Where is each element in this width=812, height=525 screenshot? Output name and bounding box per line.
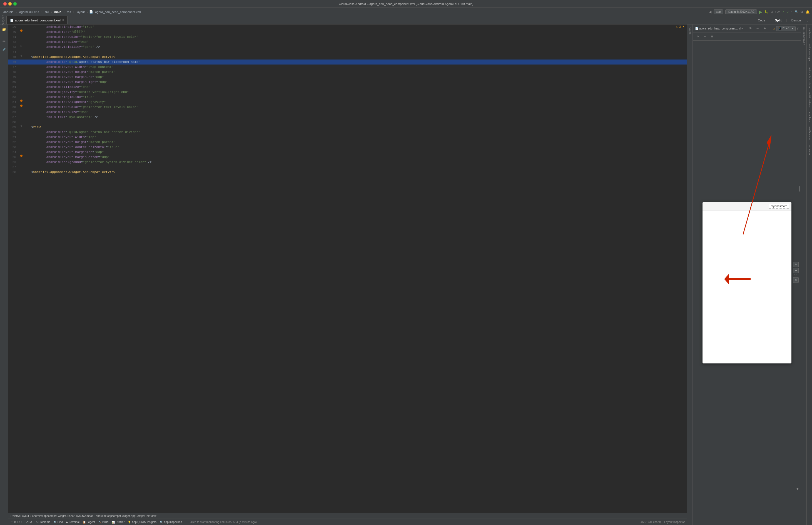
device-selector[interactable]: Xiaomi M2012K11AC — [725, 10, 757, 14]
search-icon[interactable]: 🔍 — [795, 10, 798, 13]
terminal-status[interactable]: ▶ Terminal — [66, 521, 79, 524]
sidebar-resource-icon[interactable]: 🔗 — [1, 47, 7, 52]
device-file-explorer-tab[interactable]: Device File Explorer — [808, 64, 811, 89]
git-push-icon[interactable]: ↑ — [791, 10, 793, 13]
code-line-56: 56 android:textSize="9sp" — [8, 109, 687, 115]
breadcrumb-item-3[interactable]: androidx.appcompat.widget.AppCompatTextV… — [96, 514, 156, 518]
tab-close-button[interactable]: × — [62, 19, 64, 22]
phone-top-bar: myclassroom — [703, 202, 792, 210]
help-icon[interactable]: ? — [797, 27, 799, 31]
code-line-39: 39 android:singleLine="true" ⚠ 2 ▾ — [8, 25, 687, 29]
chevron-down-icon[interactable]: ▾ — [741, 27, 743, 30]
git-status-icon[interactable]: ✓ — [787, 10, 789, 13]
project-tab-label[interactable]: Project — [2, 15, 5, 26]
build-variants-tab[interactable]: Build Variants — [808, 91, 811, 109]
code-editor[interactable]: 39 android:singleLine="true" ⚠ 2 ▾ 40 an… — [8, 25, 687, 513]
close-button[interactable] — [3, 2, 7, 5]
position-icon[interactable]: ⊕ — [762, 26, 767, 31]
nav-filename[interactable]: agora_edu_head_component.xml — [94, 10, 142, 14]
emulator-tab[interactable]: Emulator — [808, 111, 811, 123]
code-line-45: 45 ▽ <androidx.appcompat.widget.AppCompa… — [8, 55, 687, 60]
design-view-button[interactable]: Design — [790, 18, 802, 22]
sidebar-project-icon[interactable]: 📁 — [1, 27, 7, 32]
nav-android[interactable]: android — [2, 10, 15, 14]
git-status-label: Git — [29, 521, 32, 524]
grid-icon[interactable]: ⊞ — [709, 34, 715, 40]
maximize-button[interactable] — [13, 2, 17, 5]
code-line-41: 41 android:textColor="@color/fcr_text_le… — [8, 34, 687, 40]
xml-tab-icon: 📄 — [10, 19, 13, 22]
find-icon: 🔍 — [53, 521, 57, 524]
code-line-43: 43 ▷ android:visibility="gone" /> — [8, 45, 687, 49]
bottom-breadcrumb: RelativeLayout › androidx.appcompat.widg… — [8, 513, 687, 519]
far-right-panel: Attributes Device Manager Device File Ex… — [807, 25, 812, 525]
nav-src[interactable]: src — [44, 10, 50, 14]
nav-agoraeduuikit[interactable]: AgoraEduUIKit — [18, 10, 40, 14]
chevron-device-icon: ▾ — [792, 27, 794, 30]
app-inspection-status[interactable]: 🔍 App Inspection — [160, 521, 182, 524]
profiler-status[interactable]: 📊 Profiler — [112, 521, 125, 524]
zoom-fit-icon[interactable]: ⊙ — [695, 34, 701, 40]
nav-res[interactable]: res — [66, 10, 72, 14]
preview-warning-icon: ⚠ — [774, 27, 775, 30]
component-tree-label[interactable]: Component Tree — [802, 25, 806, 47]
code-line-52: 52 android:gravity="center_vertical|righ… — [8, 90, 687, 94]
zoom-in-button[interactable]: + — [793, 262, 799, 267]
status-message: Failed to start monitoring emulator-5554… — [189, 521, 257, 524]
code-view-button[interactable]: Code — [756, 18, 767, 22]
breadcrumb-item-2[interactable]: androidx.appcompat.widget.LinearLayoutCo… — [32, 514, 93, 518]
app-quality-label: App Quality Insights — [132, 521, 156, 524]
eye-icon[interactable]: 👁 — [748, 26, 753, 31]
resize-icon[interactable]: ↔ — [755, 26, 760, 31]
tab-menu-icon[interactable]: ⋮ — [806, 18, 810, 22]
breadcrumb-item-1[interactable]: RelativeLayout — [11, 514, 29, 518]
notifications-tab[interactable]: Notifications — [808, 125, 811, 141]
code-line-47: 47 android:layout_width="wrap_content" — [8, 64, 687, 70]
code-line-68: 68 <androidx.appcompat.widget.AppCompatT… — [8, 170, 687, 175]
zoom-ratio: 1:1 — [793, 274, 799, 277]
active-tab[interactable]: 📄 agora_edu_head_component.xml × — [7, 16, 67, 24]
logcat-status[interactable]: 📋 Logcat — [83, 521, 95, 524]
nav-main[interactable]: main — [53, 10, 63, 14]
code-line-44: 44 — [8, 49, 687, 55]
code-line-61: 61 android:layout_width="1dp" — [8, 135, 687, 139]
right-panel-toolbar: 📄 agora_edu_head_component.xml ▾ 👁 ↔ ⊕ ⚠… — [693, 25, 801, 33]
debug-icon[interactable]: 🐛 — [764, 10, 768, 14]
attributes-tab[interactable]: Attributes — [808, 27, 811, 40]
zoom-fit-button[interactable]: ⊡ — [793, 277, 799, 283]
app-quality-insights-status[interactable]: 💡 App Quality Insights — [128, 521, 156, 524]
git-label: Git: — [775, 10, 780, 14]
palette-label[interactable]: Palette — [689, 27, 691, 34]
zoom-out-button[interactable]: − — [793, 268, 799, 273]
build-status[interactable]: 🔨 Build — [98, 521, 108, 524]
git-check-icon[interactable]: ✓ — [782, 10, 784, 13]
device-selector-preview[interactable]: 📱 Pixel ▾ — [776, 26, 796, 31]
nav-arrow-back-icon[interactable]: ◀ — [709, 10, 712, 14]
problems-status[interactable]: ⚠ Problems — [35, 521, 50, 524]
cursor-position: 46:61 (31 chars) — [641, 521, 661, 524]
todo-status[interactable]: ☰ TODO — [11, 521, 22, 524]
left-sidebar: 📁 PR 🔗 — [0, 25, 8, 525]
minimize-button[interactable] — [8, 2, 12, 5]
myclassroom-label: myclassroom — [769, 204, 789, 209]
structure-tab[interactable]: Structure — [808, 144, 811, 156]
git-status[interactable]: ⎇ Git — [25, 521, 32, 524]
split-view-button[interactable]: Split — [774, 18, 783, 22]
preview-area[interactable]: myclassroom — [693, 41, 801, 525]
settings-icon[interactable]: ⚙ — [800, 10, 803, 14]
run-button[interactable]: ▶ — [759, 10, 762, 14]
pan-icon[interactable]: ↔ — [702, 34, 708, 40]
logcat-label: Logcat — [87, 521, 95, 524]
run-config-selector[interactable]: app — [714, 10, 723, 14]
terminal-label: Terminal — [69, 521, 79, 524]
notifications-nav-icon[interactable]: 🔔 — [806, 10, 810, 14]
profile-icon[interactable]: ⊙ — [770, 10, 773, 14]
sidebar-pullrequests-icon[interactable]: PR — [1, 39, 7, 45]
app-inspection-icon: 🔍 — [160, 521, 163, 524]
code-line-63: 63 android:layout_centerHorizontal="true… — [8, 145, 687, 150]
device-manager-tab[interactable]: Device Manager — [808, 42, 811, 62]
find-status[interactable]: 🔍 Find — [53, 521, 63, 524]
find-label: Find — [58, 521, 63, 524]
layout-inspector[interactable]: Layout Inspector — [664, 521, 685, 524]
nav-layout[interactable]: layout — [75, 10, 85, 14]
